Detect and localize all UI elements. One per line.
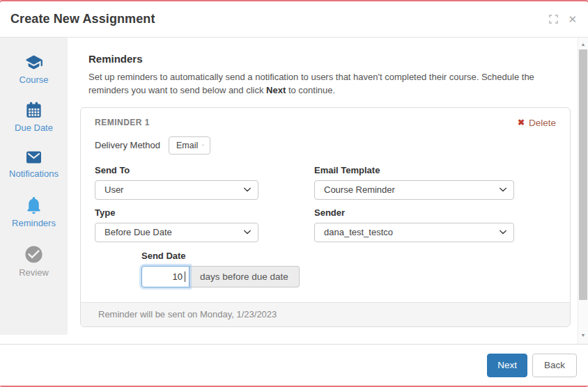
send-date-addon: days before due date: [189, 266, 300, 287]
type-label: Type: [95, 207, 292, 218]
modal-body: Course Due Date: [0, 38, 588, 345]
sidebar-item-label: Review: [19, 268, 49, 277]
delivery-method-select[interactable]: Email: [169, 136, 210, 155]
scrollbar[interactable]: ▲ ▼: [578, 38, 588, 344]
sidebar-item-label: Course: [20, 75, 49, 84]
next-button[interactable]: Next: [487, 354, 527, 377]
reminder-card: REMINDER 1 ✖ Delete Delivery Method Emai…: [80, 107, 571, 327]
delete-label: Delete: [529, 118, 556, 128]
modal-footer: Next Back: [0, 345, 588, 386]
modal-title: Create New Assignment: [10, 12, 155, 26]
chevron-down-icon: [244, 230, 251, 235]
sidebar-item-label: Notifications: [9, 169, 59, 178]
reminder-summary-note: Reminder will be sent on Monday, 1/23/20…: [81, 302, 570, 326]
sidebar-item-label: Reminders: [12, 219, 56, 228]
scrollbar-thumb[interactable]: [579, 49, 587, 300]
send-to-label: Send To: [95, 165, 292, 175]
step-description: Set up reminders to automatically send a…: [88, 71, 561, 97]
scroll-down-icon[interactable]: ▼: [578, 330, 588, 340]
delete-reminder-button[interactable]: ✖ Delete: [518, 118, 556, 128]
calendar-icon: [24, 101, 43, 120]
reminder-card-title: REMINDER 1: [95, 118, 150, 127]
send-date-input[interactable]: [141, 266, 189, 287]
sender-select[interactable]: dana_test_testco: [314, 223, 514, 242]
type-select[interactable]: Before Due Date: [95, 223, 258, 242]
create-assignment-modal: Create New Assignment ✕ Course: [0, 0, 588, 387]
sidebar-item-reminders[interactable]: Reminders: [0, 195, 68, 228]
graduation-cap-icon: [23, 53, 45, 72]
delivery-method-label: Delivery Method: [95, 140, 160, 150]
modal-header: Create New Assignment ✕: [0, 1, 588, 38]
chevron-down-icon: [500, 187, 506, 192]
close-icon: ✕: [568, 14, 577, 24]
scroll-up-icon[interactable]: ▲: [578, 39, 588, 49]
sidebar-item-course[interactable]: Course: [0, 53, 68, 84]
email-template-label: Email Template: [314, 165, 556, 175]
expand-button[interactable]: [548, 13, 559, 25]
send-date-label: Send Date: [141, 251, 556, 261]
back-button[interactable]: Back: [532, 354, 577, 377]
chevron-down-icon: [244, 187, 251, 192]
page-title: Reminders: [88, 53, 571, 65]
delete-x-icon: ✖: [518, 118, 525, 127]
close-button[interactable]: ✕: [566, 13, 578, 26]
sidebar-item-notifications[interactable]: Notifications: [0, 149, 68, 178]
expand-icon: [549, 15, 558, 24]
text-caret: [185, 271, 185, 282]
envelope-icon: [24, 149, 43, 166]
chevron-down-icon: [500, 230, 506, 235]
sidebar-item-review[interactable]: Review: [0, 244, 68, 277]
step-content: Reminders Set up reminders to automatica…: [68, 38, 578, 344]
steps-sidebar: Course Due Date: [0, 38, 68, 335]
sidebar-item-due-date[interactable]: Due Date: [0, 101, 68, 132]
email-template-select[interactable]: Course Reminder: [314, 180, 514, 200]
bell-icon: [24, 195, 44, 215]
sidebar-item-label: Due Date: [15, 123, 53, 132]
check-circle-icon: [24, 244, 44, 264]
send-to-select[interactable]: User: [95, 180, 258, 200]
chevron-down-icon: [202, 143, 204, 148]
sender-label: Sender: [314, 207, 556, 218]
